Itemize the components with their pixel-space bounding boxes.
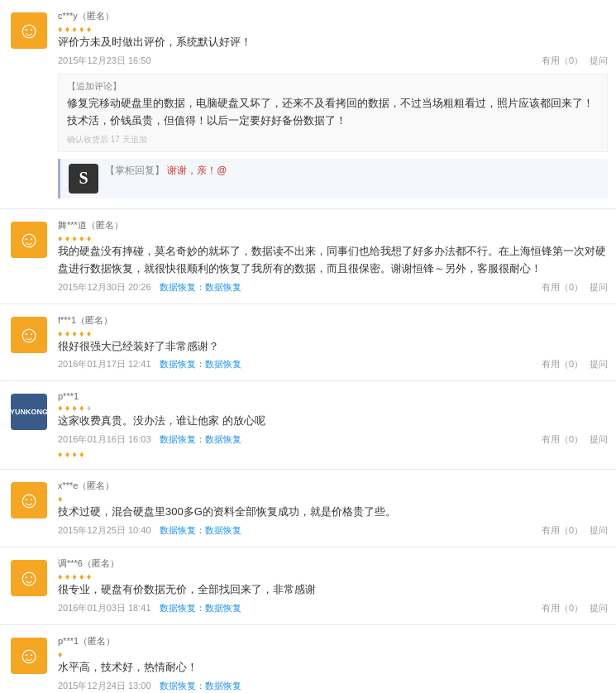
- report-link[interactable]: 提问: [590, 524, 608, 537]
- review-body: p***1（匿名） ♦ 水平高，技术好，热情耐心！ 2015年12月24日 13…: [58, 635, 608, 693]
- star-rating: ♦ ♦ ♦ ♦ ♦: [58, 24, 608, 34]
- star-rating: ♦ ♦ ♦ ♦ ♦: [58, 571, 608, 581]
- review-tag: 数据恢复：数据恢复: [160, 602, 241, 614]
- username: p***1（匿名）: [58, 635, 608, 648]
- review-actions: 有用（0） 提问: [542, 524, 608, 537]
- avatar: [8, 557, 50, 599]
- useful-link[interactable]: 有用（0）: [542, 358, 583, 370]
- avatar: YUNKONG: [8, 391, 50, 433]
- avatar-face: [11, 482, 47, 519]
- review-tag: 数据恢复：数据恢复: [160, 433, 241, 446]
- add-comment-text: 修复完移动硬盘里的数据，电脑硬盘又坏了，还来不及看拷回的数据，不过当场粗粗看过，…: [67, 95, 599, 130]
- review-date: 2015年12月25日 10:40: [58, 524, 151, 537]
- review-actions: 有用（0） 提问: [542, 433, 608, 446]
- review-text: 很专业，硬盘有价数据无价，全部找回来了，非常感谢: [58, 581, 608, 599]
- username: 调***6（匿名）: [58, 557, 608, 570]
- review-body: 舞***道（匿名） ♦ ♦ ♦ ♦ ♦ 我的硬盘没有摔碰，莫名奇妙的就坏了，数据…: [58, 219, 608, 294]
- review-date: 2016年01月17日 12:41: [58, 358, 151, 370]
- shop-avatar: S: [69, 164, 98, 194]
- avatar-face: [11, 317, 47, 353]
- review-item: 舞***道（匿名） ♦ ♦ ♦ ♦ ♦ 我的硬盘没有摔碰，莫名奇妙的就坏了，数据…: [0, 209, 616, 304]
- review-body: f***1（匿名） ♦ ♦ ♦ ♦ ♦ 很好很强大已经装好了非常感谢？ 2016…: [58, 314, 608, 371]
- review-body: p***1 ♦ ♦ ♦ ♦ ♦ 这家收费真贵。没办法，谁让他家 的放心呢 201…: [58, 391, 608, 459]
- review-actions: 有用（0） 提问: [542, 602, 608, 614]
- username: c***y（匿名）: [58, 10, 608, 22]
- username: p***1: [58, 391, 608, 401]
- review-date: 2015年12月23日 16:50: [58, 55, 151, 67]
- star-rating: ♦ ♦ ♦ ♦ ♦: [58, 233, 608, 243]
- star-rating: ♦: [58, 494, 608, 504]
- review-date: 2016年01月16日 16:03: [58, 433, 151, 446]
- reviews-container: c***y（匿名） ♦ ♦ ♦ ♦ ♦ 评价方未及时做出评价，系统默认好评！ 2…: [0, 0, 616, 693]
- add-comment-box: 【追加评论】 修复完移动硬盘里的数据，电脑硬盘又坏了，还来不及看拷回的数据，不过…: [58, 74, 608, 152]
- review-text: 很好很强大已经装好了非常感谢？: [58, 338, 608, 356]
- report-link[interactable]: 提问: [590, 433, 608, 446]
- report-link[interactable]: 提问: [590, 358, 608, 370]
- review-date: 2016年01月03日 18:41: [58, 602, 151, 614]
- review-item: YUNKONG p***1 ♦ ♦ ♦ ♦ ♦ 这家收费真贵。没办法，谁让他家 …: [0, 381, 616, 470]
- review-tag: 数据恢复：数据恢复: [160, 680, 241, 692]
- review-body: c***y（匿名） ♦ ♦ ♦ ♦ ♦ 评价方未及时做出评价，系统默认好评！ 2…: [58, 10, 608, 198]
- avatar: [8, 314, 50, 356]
- review-body: 调***6（匿名） ♦ ♦ ♦ ♦ ♦ 很专业，硬盘有价数据无价，全部找回来了，…: [58, 557, 608, 614]
- report-link[interactable]: 提问: [590, 602, 608, 614]
- avatar: [8, 480, 50, 521]
- shop-reply-label: 【掌柜回复】: [105, 165, 165, 176]
- useful-link[interactable]: 有用（0）: [542, 602, 583, 614]
- review-meta: 2015年12月24日 13:00 数据恢复：数据恢复: [58, 680, 608, 692]
- review-meta: 2016年01月03日 18:41 数据恢复：数据恢复 有用（0） 提问: [58, 602, 608, 614]
- star-rating: ♦ ♦ ♦ ♦ ♦: [58, 328, 608, 338]
- avatar-face: [11, 560, 47, 596]
- review-tag: 数据恢复：数据恢复: [160, 358, 241, 370]
- review-item: f***1（匿名） ♦ ♦ ♦ ♦ ♦ 很好很强大已经装好了非常感谢？ 2016…: [0, 304, 616, 382]
- avatar-logo: YUNKONG: [11, 394, 47, 430]
- review-text: 技术过硬，混合硬盘里300多G的资料全部恢复成功，就是价格贵了些。: [58, 504, 608, 521]
- avatar: [8, 635, 50, 676]
- review-item: p***1（匿名） ♦ 水平高，技术好，热情耐心！ 2015年12月24日 13…: [0, 625, 616, 693]
- review-text: 这家收费真贵。没办法，谁让他家 的放心呢: [58, 413, 608, 430]
- avatar: [8, 10, 50, 51]
- username: x***e（匿名）: [58, 480, 608, 492]
- review-text: 评价方未及时做出评价，系统默认好评！: [58, 34, 608, 51]
- useful-link[interactable]: 有用（0）: [542, 55, 583, 67]
- review-meta: 2015年12月23日 16:50 有用（0） 提问: [58, 55, 608, 67]
- review-tag: 数据恢复：数据恢复: [160, 524, 241, 537]
- review-text: 水平高，技术好，热情耐心！: [58, 659, 608, 676]
- avatar-face: [11, 638, 47, 674]
- review-actions: 有用（0） 提问: [542, 358, 608, 370]
- add-comment-timestamp: 确认收货后 17 天追加: [67, 133, 599, 146]
- review-item: x***e（匿名） ♦ 技术过硬，混合硬盘里300多G的资料全部恢复成功，就是价…: [0, 470, 616, 547]
- star-rating-2: ♦ ♦ ♦ ♦: [58, 449, 608, 459]
- review-meta: 2015年12月25日 10:40 数据恢复：数据恢复 有用（0） 提问: [58, 524, 608, 537]
- review-actions: 有用（0） 提问: [542, 55, 608, 67]
- report-link[interactable]: 提问: [590, 55, 608, 67]
- star-rating: ♦ ♦ ♦ ♦ ♦: [58, 403, 608, 413]
- star-rating: ♦: [58, 649, 608, 659]
- review-body: x***e（匿名） ♦ 技术过硬，混合硬盘里300多G的资料全部恢复成功，就是价…: [58, 480, 608, 537]
- username: 舞***道（匿名）: [58, 219, 608, 232]
- useful-link[interactable]: 有用（0）: [542, 281, 583, 294]
- shop-reply-box: S 【掌柜回复】 谢谢，亲！@: [58, 159, 608, 198]
- review-tag: 数据恢复：数据恢复: [160, 281, 241, 294]
- avatar-face: [11, 222, 47, 258]
- report-link[interactable]: 提问: [590, 281, 608, 294]
- username: f***1（匿名）: [58, 314, 608, 327]
- avatar-face: [11, 12, 47, 49]
- review-meta: 2015年12月30日 20:26 数据恢复：数据恢复 有用（0） 提问: [58, 281, 608, 294]
- shop-reply-text: 谢谢，亲！@: [167, 165, 227, 176]
- review-date: 2015年12月30日 20:26: [58, 281, 151, 294]
- add-comment-label: 【追加评论】: [67, 79, 599, 94]
- review-text: 我的硬盘没有摔碰，莫名奇妙的就坏了，数据读不出来，同事们也给我想了好多办法都不行…: [58, 243, 608, 278]
- review-meta: 2016年01月17日 12:41 数据恢复：数据恢复 有用（0） 提问: [58, 358, 608, 370]
- review-item: c***y（匿名） ♦ ♦ ♦ ♦ ♦ 评价方未及时做出评价，系统默认好评！ 2…: [0, 0, 616, 209]
- review-actions: 有用（0） 提问: [542, 281, 608, 294]
- useful-link[interactable]: 有用（0）: [542, 524, 583, 537]
- review-meta: 2016年01月16日 16:03 数据恢复：数据恢复 有用（0） 提问: [58, 433, 608, 446]
- review-date: 2015年12月24日 13:00: [58, 680, 151, 692]
- avatar: [8, 219, 50, 260]
- useful-link[interactable]: 有用（0）: [542, 433, 583, 446]
- review-item: 调***6（匿名） ♦ ♦ ♦ ♦ ♦ 很专业，硬盘有价数据无价，全部找回来了，…: [0, 547, 616, 625]
